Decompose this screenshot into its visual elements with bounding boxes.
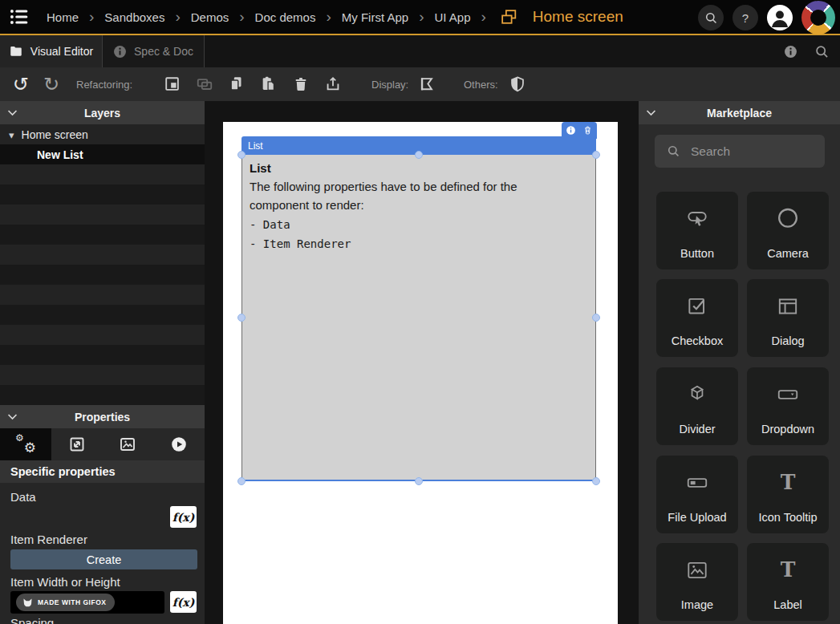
resize-handle-top-center[interactable] xyxy=(415,151,423,159)
layer-row-empty xyxy=(0,164,205,184)
cube-icon xyxy=(685,381,709,408)
wrap-in-container-icon[interactable] xyxy=(163,75,182,94)
item-width-fx-button[interactable]: f(x) xyxy=(170,591,197,613)
breadcrumb-item-sandboxes[interactable]: Sandboxes xyxy=(104,10,164,24)
marketplace-item-dialog[interactable]: Dialog xyxy=(747,279,829,357)
others-label: Others: xyxy=(464,79,498,91)
tab-layout[interactable] xyxy=(51,428,103,460)
marketplace-panel-header: Marketplace xyxy=(639,101,840,124)
marketplace-item-label: Divider xyxy=(679,423,715,436)
screen-pages-icon xyxy=(499,7,519,27)
resize-handle-bottom-left[interactable] xyxy=(237,477,246,485)
global-search-button[interactable] xyxy=(698,5,724,30)
marketplace-item-button[interactable]: Button xyxy=(656,192,738,269)
paste-icon[interactable] xyxy=(259,75,278,94)
folder-icon xyxy=(9,44,23,59)
svg-text:T: T xyxy=(781,470,796,494)
layer-row-empty xyxy=(0,305,205,325)
breadcrumb-item-demos[interactable]: Demos xyxy=(191,10,229,24)
refactoring-label: Refactoring: xyxy=(76,79,132,91)
resize-handle-bottom-center[interactable] xyxy=(415,477,423,485)
breadcrumb-separator-icon xyxy=(239,10,244,25)
layer-row-empty xyxy=(0,265,205,285)
fox-icon xyxy=(22,598,33,607)
marketplace-item-checkbox[interactable]: Checkbox xyxy=(656,279,738,357)
file-upload-icon xyxy=(685,469,709,496)
list-component-header-label: List xyxy=(248,140,263,152)
editor-area: List List The following properties have … xyxy=(205,101,639,624)
marketplace-panel: Marketplace Button Camera xyxy=(639,101,840,624)
layer-item-new-list[interactable]: New List xyxy=(0,144,205,164)
redo-button[interactable] xyxy=(42,75,61,94)
chevron-down-icon[interactable] xyxy=(6,410,19,423)
component-delete-icon[interactable] xyxy=(582,125,593,136)
spacing-field-label: Spacing xyxy=(10,616,54,624)
marketplace-item-image[interactable]: Image xyxy=(656,543,738,621)
properties-panel-header: Properties xyxy=(0,405,205,428)
resize-handle-top-right[interactable] xyxy=(592,151,600,159)
tab-actions[interactable] xyxy=(153,428,205,460)
app-window: Home Sandboxes Demos Doc demos My First … xyxy=(0,0,840,624)
copy-icon[interactable] xyxy=(227,75,246,94)
resize-handle-top-left[interactable] xyxy=(237,151,246,159)
marketplace-item-divider[interactable]: Divider xyxy=(656,367,738,445)
marketplace-item-file-upload[interactable]: File Upload xyxy=(656,456,738,533)
marketplace-search[interactable] xyxy=(655,135,825,168)
layers-panel-header: Layers xyxy=(0,101,205,124)
marketplace-item-label-component[interactable]: T Label xyxy=(747,543,829,621)
breadcrumb-item-home[interactable]: Home xyxy=(47,10,79,24)
delete-icon[interactable] xyxy=(291,75,310,94)
create-item-renderer-button[interactable]: Create xyxy=(10,549,197,569)
chevron-down-icon[interactable] xyxy=(644,106,658,120)
list-component-body[interactable]: List The following properties have to be… xyxy=(241,155,596,481)
tab-visual-editor[interactable]: Visual Editor xyxy=(0,35,103,67)
layer-item-home-screen[interactable]: Home screen xyxy=(0,124,205,144)
breadcrumb-item-my-first-app[interactable]: My First App xyxy=(342,10,408,24)
expand-triangle-icon[interactable] xyxy=(9,128,14,141)
undo-button[interactable] xyxy=(11,75,30,94)
camera-icon xyxy=(775,205,801,233)
search-icon[interactable] xyxy=(814,43,830,60)
breadcrumb-item-ui-app[interactable]: UI App xyxy=(434,10,470,24)
marketplace-item-camera[interactable]: Camera xyxy=(747,192,829,269)
ungroup-icon[interactable] xyxy=(195,75,214,94)
export-icon[interactable] xyxy=(323,75,343,94)
shield-icon[interactable] xyxy=(508,75,527,94)
marketplace-search-input[interactable] xyxy=(691,144,825,159)
info-icon[interactable] xyxy=(784,45,797,59)
marketplace-item-icon-tooltip[interactable]: T Icon Tooltip xyxy=(747,456,829,533)
svg-text:T: T xyxy=(781,557,796,581)
layer-row-empty xyxy=(0,385,205,405)
user-avatar[interactable] xyxy=(767,5,793,30)
data-fx-button[interactable]: f(x) xyxy=(170,506,197,528)
display-flag-icon[interactable] xyxy=(417,75,436,94)
breadcrumb: Home Sandboxes Demos Doc demos My First … xyxy=(47,7,623,27)
resize-handle-bottom-right[interactable] xyxy=(592,477,600,485)
properties-content: Data f(x) Item Renderer Create Item Widt… xyxy=(0,483,205,624)
tab-spec-and-doc[interactable]: Spec & Doc xyxy=(103,35,205,67)
tab-appearance[interactable] xyxy=(103,428,154,460)
breadcrumb-separator-icon xyxy=(481,10,486,25)
breadcrumb-separator-icon xyxy=(175,10,180,25)
brand-logo[interactable] xyxy=(801,1,835,34)
chevron-down-icon[interactable] xyxy=(6,106,19,120)
menu-icon[interactable] xyxy=(8,6,30,27)
checkbox-icon xyxy=(685,293,709,320)
resize-handle-mid-left[interactable] xyxy=(237,314,246,322)
help-button[interactable]: ? xyxy=(732,5,758,30)
refactoring-group xyxy=(163,75,343,94)
layer-item-label: Home screen xyxy=(22,128,88,141)
tab-spec-and-doc-label: Spec & Doc xyxy=(134,45,193,58)
gifox-label: MADE WITH GIFOX xyxy=(38,598,106,606)
tab-specific-properties[interactable] xyxy=(0,428,51,460)
layers-title: Layers xyxy=(84,107,120,120)
marketplace-item-dropdown[interactable]: Dropdown xyxy=(747,367,829,445)
breadcrumb-item-doc-demos[interactable]: Doc demos xyxy=(255,10,316,24)
component-info-icon[interactable] xyxy=(566,125,576,136)
marketplace-item-label: File Upload xyxy=(668,511,726,524)
specific-properties-section: Specific properties xyxy=(0,460,205,483)
resize-handle-mid-right[interactable] xyxy=(592,314,600,322)
item-width-input[interactable]: MADE WITH GIFOX xyxy=(10,591,164,614)
tabbar-right-actions xyxy=(784,35,830,67)
design-canvas[interactable]: List List The following properties have … xyxy=(223,122,618,624)
